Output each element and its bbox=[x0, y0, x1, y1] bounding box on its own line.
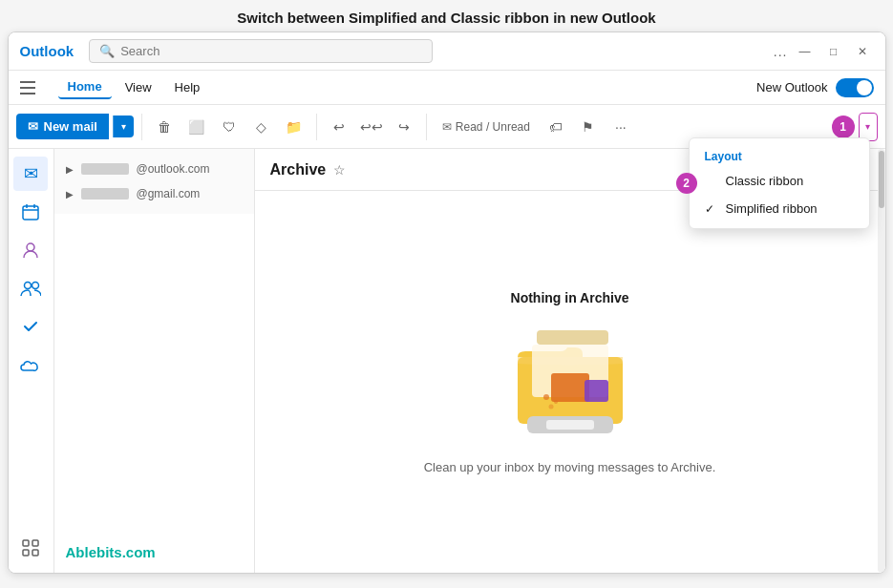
read-unread-button[interactable]: ✉ Read / Unread bbox=[435, 116, 538, 137]
sidebar-item-contacts[interactable] bbox=[13, 233, 48, 267]
ablebits-logo: Ablebits.com bbox=[66, 544, 156, 560]
search-icon: 🔍 bbox=[99, 44, 115, 58]
more-ribbon-button[interactable]: ··· bbox=[606, 113, 635, 141]
tutorial-badge-1[interactable]: 1 bbox=[832, 116, 855, 138]
new-mail-dropdown-button[interactable]: ▾ bbox=[113, 116, 134, 137]
tab-home[interactable]: Home bbox=[58, 75, 112, 99]
search-bar[interactable]: 🔍 bbox=[89, 39, 433, 63]
svg-rect-0 bbox=[23, 206, 38, 220]
account-email-outlook: @outlook.com bbox=[137, 162, 210, 176]
sidebar-item-groups[interactable] bbox=[13, 271, 48, 305]
ribbon-separator-3 bbox=[426, 114, 427, 140]
nav-bar: Home View Help New Outlook bbox=[9, 71, 885, 105]
archive-button[interactable]: ⬜ bbox=[182, 113, 211, 141]
undo-all-button[interactable]: ↩↩ bbox=[357, 113, 386, 141]
sidebar-item-apps[interactable] bbox=[13, 531, 48, 565]
svg-rect-9 bbox=[23, 550, 29, 556]
label-button[interactable]: 🏷 bbox=[542, 113, 570, 141]
svg-point-5 bbox=[25, 283, 32, 289]
sidebar-item-todo[interactable] bbox=[13, 309, 48, 344]
new-mail-icon: ✉ bbox=[28, 119, 38, 134]
undo-button[interactable]: ↩ bbox=[325, 113, 353, 141]
svg-point-6 bbox=[32, 283, 39, 289]
archive-illustration bbox=[499, 321, 642, 445]
mail-empty-state: Nothing in Archive bbox=[255, 191, 885, 573]
hamburger-menu[interactable] bbox=[20, 74, 47, 101]
delete-button[interactable]: 🗑 bbox=[150, 113, 179, 141]
account-email-gmail: @gmail.com bbox=[137, 187, 201, 200]
sidebar-item-onedrive[interactable] bbox=[13, 347, 48, 382]
scrollbar-thumb[interactable] bbox=[879, 151, 884, 208]
tag-button[interactable]: ◇ bbox=[247, 113, 276, 141]
svg-point-17 bbox=[554, 400, 558, 404]
svg-rect-11 bbox=[537, 330, 608, 345]
star-icon[interactable]: ☆ bbox=[333, 162, 346, 178]
read-unread-icon: ✉ bbox=[442, 120, 452, 134]
app-window: Outlook 🔍 ... — □ ✕ Home View Help New O… bbox=[8, 32, 886, 574]
sidebar-item-mail[interactable]: ✉ bbox=[13, 157, 48, 191]
empty-title: Nothing in Archive bbox=[511, 290, 629, 305]
svg-rect-20 bbox=[546, 420, 594, 430]
move-button[interactable]: 📁 bbox=[280, 113, 308, 141]
ribbon-separator-1 bbox=[141, 114, 142, 140]
maximize-button[interactable]: □ bbox=[822, 40, 845, 63]
ribbon: ✉ New mail ▾ 🗑 ⬜ 🛡 ◇ 📁 ↩ ↩↩ ↪ ✉ Read / U… bbox=[9, 105, 885, 149]
new-mail-button[interactable]: ✉ New mail bbox=[16, 114, 109, 139]
app-name: Outlook bbox=[20, 43, 74, 59]
folder-panel-wrapper: ▶ @outlook.com ▶ @gmail.com Ablebits.com bbox=[54, 149, 255, 573]
ablebits-branding: Ablebits.com bbox=[54, 533, 254, 573]
svg-rect-7 bbox=[23, 540, 29, 546]
report-button[interactable]: 🛡 bbox=[215, 113, 244, 141]
svg-rect-14 bbox=[551, 373, 589, 402]
nav-right: New Outlook bbox=[756, 78, 873, 97]
folder-item-gmail[interactable]: ▶ @gmail.com bbox=[54, 181, 254, 206]
sidebar-icons: ✉ bbox=[9, 149, 54, 573]
tab-help[interactable]: Help bbox=[165, 76, 210, 98]
classic-ribbon-label: Classic ribbon bbox=[726, 174, 804, 188]
page-title: Switch between Simplified and Classic ri… bbox=[237, 0, 655, 32]
dropdown-section-header: Layout bbox=[690, 144, 869, 167]
title-bar: Outlook 🔍 ... — □ ✕ bbox=[9, 32, 885, 71]
close-button[interactable]: ✕ bbox=[851, 40, 874, 63]
svg-point-4 bbox=[27, 243, 34, 251]
new-outlook-toggle[interactable] bbox=[836, 78, 874, 97]
search-input[interactable] bbox=[120, 44, 422, 58]
mail-list-title: Archive bbox=[270, 161, 327, 178]
ribbon-separator-2 bbox=[316, 114, 317, 140]
svg-rect-10 bbox=[32, 550, 38, 556]
account-avatar-gmail bbox=[81, 188, 129, 200]
sidebar-item-calendar[interactable] bbox=[13, 195, 48, 229]
title-bar-right: ... — □ ✕ bbox=[774, 40, 874, 63]
simplified-ribbon-check: ✓ bbox=[705, 202, 718, 216]
new-outlook-label: New Outlook bbox=[756, 80, 827, 94]
scrollbar-track[interactable] bbox=[878, 149, 885, 573]
redo-button[interactable]: ↪ bbox=[390, 113, 418, 141]
account-avatar-outlook bbox=[81, 163, 129, 175]
flag-button[interactable]: ⚑ bbox=[574, 113, 603, 141]
expand-icon-gmail: ▶ bbox=[66, 189, 74, 200]
new-mail-label: New mail bbox=[44, 119, 97, 134]
ribbon-chevron-button[interactable]: ▾ bbox=[859, 113, 878, 141]
simplified-ribbon-option[interactable]: ✓ Simplified ribbon bbox=[690, 195, 869, 222]
classic-ribbon-option[interactable]: Classic ribbon bbox=[690, 167, 869, 195]
minimize-button[interactable]: — bbox=[794, 40, 817, 63]
svg-point-18 bbox=[548, 404, 553, 409]
folder-item-outlook[interactable]: ▶ @outlook.com bbox=[54, 157, 254, 181]
tab-view[interactable]: View bbox=[116, 76, 161, 98]
tutorial-badge-2: 2 bbox=[676, 173, 697, 194]
svg-rect-15 bbox=[585, 380, 608, 402]
ribbon-right: 1 ▾ bbox=[832, 113, 878, 141]
folder-panel: ▶ @outlook.com ▶ @gmail.com bbox=[54, 149, 255, 214]
read-unread-label: Read / Unread bbox=[456, 120, 530, 134]
empty-subtitle: Clean up your inbox by moving messages t… bbox=[424, 460, 716, 474]
svg-rect-8 bbox=[32, 540, 38, 546]
more-options-icon[interactable]: ... bbox=[774, 44, 788, 59]
layout-dropdown: Layout 2 Classic ribbon ✓ Simplified rib… bbox=[689, 137, 870, 229]
svg-point-16 bbox=[543, 394, 549, 400]
expand-icon-outlook: ▶ bbox=[66, 164, 74, 175]
simplified-ribbon-label: Simplified ribbon bbox=[726, 201, 818, 216]
